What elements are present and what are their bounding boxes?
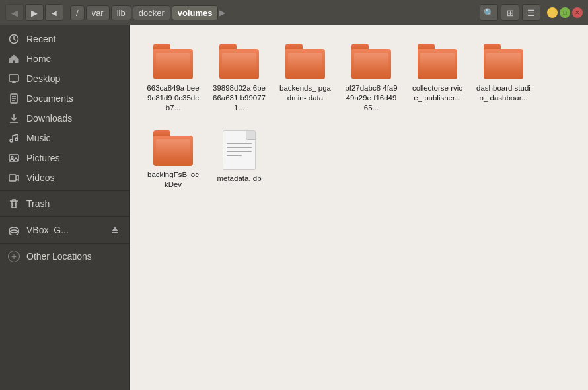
svg-rect-16 — [9, 175, 16, 181]
sidebar-item-pictures[interactable]: Pictures — [0, 148, 129, 168]
sidebar-separator-3 — [0, 243, 129, 244]
up-button[interactable]: ◀ — [45, 4, 63, 21]
sidebar: Recent Home Desktop Documents — [0, 25, 130, 390]
add-icon: + — [8, 251, 20, 262]
svg-line-2 — [14, 40, 16, 41]
menu-icon: ☰ — [527, 8, 535, 18]
navigation-bar: ◀ ▶ ◀ / var lib docker volumes ▶ — [5, 4, 477, 21]
back-icon: ◀ — [11, 8, 18, 18]
list-item[interactable]: collectorse rvice_ publisher... — [408, 38, 467, 118]
sidebar-item-vbox-label: VBox_G... — [26, 225, 102, 235]
sidebar-separator — [0, 190, 129, 191]
videos-icon — [8, 172, 20, 184]
folder-icon — [153, 130, 193, 166]
list-item[interactable]: 663ca849a bee9c81d9 0c35dcb7... — [143, 38, 203, 118]
file-area[interactable]: 663ca849a bee9c81d9 0c35dcb7... 39898d02… — [130, 25, 588, 390]
sidebar-item-recent-label: Recent — [26, 34, 122, 44]
sidebar-item-home[interactable]: Home — [0, 49, 129, 69]
trash-icon — [8, 198, 20, 210]
sidebar-item-trash-label: Trash — [26, 198, 122, 209]
list-item[interactable]: backends_ pgadmin- data — [276, 38, 335, 118]
sidebar-item-recent[interactable]: Recent — [0, 29, 129, 49]
maximize-button[interactable]: □ — [560, 7, 570, 18]
sidebar-item-desktop-label: Desktop — [26, 73, 122, 84]
file-name: dashboard studio_ dashboar... — [476, 83, 531, 103]
sidebar-other-locations-label: Other Locations — [26, 251, 122, 262]
svg-rect-24 — [112, 232, 118, 233]
list-item[interactable]: dashboard studio_ dashboar... — [474, 38, 533, 118]
main-layout: Recent Home Desktop Documents — [0, 25, 588, 390]
search-button[interactable]: 🔍 — [480, 4, 498, 21]
svg-point-12 — [10, 139, 13, 142]
eject-button[interactable] — [108, 223, 122, 237]
folder-icon — [351, 44, 391, 79]
sidebar-item-vbox[interactable]: VBox_G... — [0, 219, 129, 241]
folder-icon — [219, 44, 259, 79]
sidebar-item-documents-label: Documents — [26, 93, 122, 104]
window-controls: — □ ✕ — [547, 7, 583, 18]
breadcrumb-chevron: ▶ — [219, 8, 225, 17]
sidebar-item-videos[interactable]: Videos — [0, 168, 129, 188]
sidebar-item-documents[interactable]: Documents — [0, 89, 129, 108]
titlebar: ◀ ▶ ◀ / var lib docker volumes ▶ 🔍 ⊞ ☰ — — [0, 0, 588, 25]
titlebar-actions: 🔍 ⊞ ☰ — □ ✕ — [480, 4, 583, 21]
file-name: backingFsB lockDev — [146, 170, 200, 190]
sidebar-item-pictures-label: Pictures — [26, 153, 122, 163]
file-name: 663ca849a bee9c81d9 0c35dcb7... — [146, 83, 200, 113]
list-item[interactable]: 39898d02a 6be66a631 b990771... — [209, 38, 269, 118]
svg-rect-3 — [9, 75, 18, 81]
view-toggle-button[interactable]: ⊞ — [501, 4, 519, 21]
minimize-icon: — — [550, 9, 556, 16]
menu-button[interactable]: ☰ — [522, 4, 540, 21]
svg-point-15 — [11, 157, 13, 159]
sidebar-item-videos-label: Videos — [26, 173, 122, 183]
breadcrumb: / var lib docker volumes ▶ — [70, 5, 225, 20]
close-button[interactable]: ✕ — [572, 7, 583, 18]
breadcrumb-var[interactable]: var — [86, 5, 110, 20]
breadcrumb-docker[interactable]: docker — [133, 5, 170, 20]
breadcrumb-lib[interactable]: lib — [111, 5, 131, 20]
sidebar-item-downloads-label: Downloads — [26, 113, 122, 124]
list-item[interactable]: backingFsB lockDev — [143, 125, 203, 195]
desktop-icon — [8, 73, 20, 85]
file-name: metadata. db — [217, 174, 261, 184]
downloads-icon — [8, 112, 20, 124]
sidebar-item-trash[interactable]: Trash — [0, 194, 129, 214]
document-icon — [223, 130, 256, 170]
svg-point-13 — [15, 138, 18, 141]
folder-icon — [484, 44, 523, 79]
documents-icon — [8, 93, 20, 104]
svg-marker-23 — [112, 227, 118, 231]
view-icon: ⊞ — [507, 8, 514, 18]
file-name: bf27dabc8 4fa949a29e f16d4965... — [344, 83, 398, 113]
close-icon: ✕ — [575, 9, 580, 16]
sidebar-item-desktop[interactable]: Desktop — [0, 69, 129, 89]
file-name: 39898d02a 6be66a631 b990771... — [212, 83, 266, 113]
up-icon: ◀ — [52, 9, 57, 17]
minimize-button[interactable]: — — [547, 7, 558, 18]
list-item[interactable]: bf27dabc8 4fa949a29e f16d4965... — [342, 38, 401, 118]
back-button[interactable]: ◀ — [5, 4, 24, 21]
sidebar-separator-2 — [0, 216, 129, 217]
sidebar-item-music[interactable]: Music — [0, 128, 129, 148]
sidebar-item-home-label: Home — [26, 54, 122, 64]
forward-icon: ▶ — [31, 8, 38, 18]
pictures-icon — [8, 152, 20, 164]
file-name: collectorse rvice_ publisher... — [410, 83, 464, 103]
folder-icon — [153, 44, 193, 79]
breadcrumb-root[interactable]: / — [70, 5, 85, 20]
file-name: backends_ pgadmin- data — [278, 83, 332, 103]
folder-icon — [285, 44, 325, 79]
sidebar-item-downloads[interactable]: Downloads — [0, 108, 129, 128]
sidebar-item-other-locations[interactable]: + Other Locations — [0, 247, 129, 266]
folder-icon — [418, 44, 457, 79]
files-grid: 663ca849a bee9c81d9 0c35dcb7... 39898d02… — [143, 38, 575, 195]
breadcrumb-volumes[interactable]: volumes — [172, 5, 219, 20]
forward-button[interactable]: ▶ — [25, 4, 44, 21]
music-icon — [8, 132, 20, 144]
clock-icon — [8, 33, 20, 45]
home-icon — [8, 53, 20, 65]
maximize-icon: □ — [563, 9, 566, 16]
search-icon: 🔍 — [484, 8, 494, 18]
list-item[interactable]: metadata. db — [209, 125, 269, 195]
